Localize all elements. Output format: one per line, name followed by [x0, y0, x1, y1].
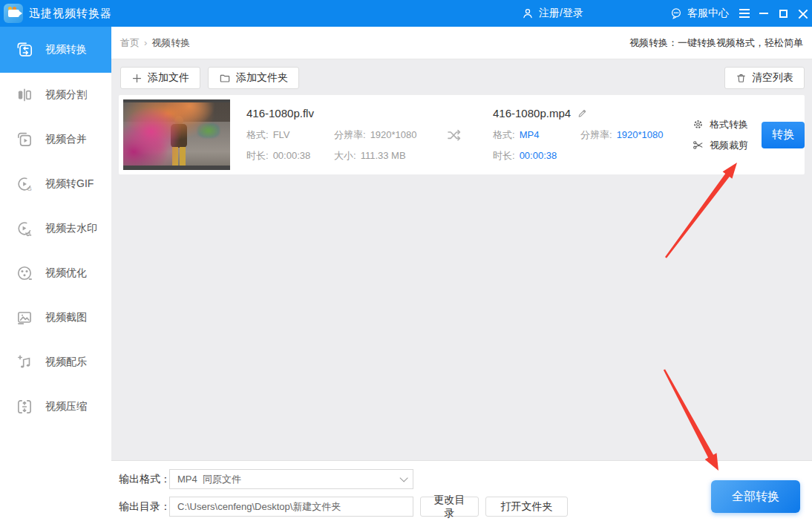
- output-format-field-label: 输出格式：: [119, 473, 171, 486]
- add-folder-label: 添加文件夹: [236, 71, 288, 85]
- app-title: 迅捷视频转换器: [29, 7, 112, 21]
- video-to-gif-icon: G: [15, 174, 34, 194]
- source-file-name: 416-1080p.flv: [246, 107, 445, 120]
- sidebar-item-label: 视频配乐: [45, 356, 87, 369]
- output-settings-panel: 输出格式： MP4 同原文件 输出目录： 更改目录 打开文件夹 全部转换: [111, 460, 812, 527]
- sidebar-item-label: 视频转换: [45, 43, 87, 56]
- sidebar-item-video-merge[interactable]: 视频合并: [0, 117, 111, 162]
- source-resolution-label: 分辨率:: [334, 129, 366, 140]
- close-icon[interactable]: [793, 0, 812, 27]
- format-convert-label: 格式转换: [710, 118, 748, 131]
- breadcrumb-separator: ›: [144, 37, 147, 48]
- output-duration-label: 时长:: [493, 150, 515, 161]
- gear-icon: [692, 118, 704, 131]
- page-tagline: 视频转换：一键转换视频格式，轻松简单: [629, 36, 803, 50]
- video-convert-icon: [15, 40, 34, 59]
- support-label: 客服中心: [687, 7, 729, 20]
- sidebar-item-label: 视频优化: [45, 266, 87, 280]
- login-button[interactable]: 注册/登录: [521, 7, 583, 20]
- scissors-icon: [692, 139, 704, 151]
- video-screenshot-icon: [15, 308, 34, 327]
- maximize-icon[interactable]: [773, 0, 793, 27]
- source-file-info: 416-1080p.flv 格式:FLV 分辨率:1920*1080 时长:00…: [246, 107, 445, 163]
- sidebar-item-video-to-gif[interactable]: G 视频转GIF: [0, 162, 111, 206]
- source-duration-label: 时长:: [246, 150, 269, 161]
- plus-icon: [131, 73, 143, 84]
- clear-list-label: 清空列表: [752, 71, 793, 85]
- chat-bubble-icon: [669, 7, 683, 20]
- window-controls: [735, 0, 812, 27]
- change-dir-button[interactable]: 更改目录: [420, 497, 479, 517]
- sidebar-item-label: 视频压缩: [45, 400, 87, 413]
- app-logo-icon: [4, 4, 23, 23]
- breadcrumb: 首页 › 视频转换 视频转换：一键转换视频格式，轻松简单: [111, 27, 812, 59]
- sidebar-item-video-convert[interactable]: 视频转换: [0, 27, 111, 73]
- output-format-value: MP4: [520, 129, 540, 140]
- toolbar: 添加文件 添加文件夹 清空列表: [120, 67, 805, 89]
- video-merge-icon: [15, 130, 34, 149]
- sidebar-item-video-split[interactable]: 视频分割: [0, 73, 111, 117]
- file-list-item: 416-1080p.flv 格式:FLV 分辨率:1920*1080 时长:00…: [119, 95, 805, 174]
- video-crop-label: 视频裁剪: [710, 139, 748, 152]
- add-file-label: 添加文件: [148, 71, 189, 85]
- source-size-label: 大小:: [334, 150, 356, 161]
- source-resolution-value: 1920*1080: [370, 129, 417, 140]
- add-folder-button[interactable]: 添加文件夹: [208, 67, 299, 89]
- shuffle-arrows-icon: [445, 126, 463, 144]
- output-file-info: 416-1080p.mp4 格式:MP4 分辨率:1920*1080 时长:00…: [493, 107, 686, 163]
- output-duration-value: 00:00:38: [520, 150, 557, 161]
- convert-all-button[interactable]: 全部转换: [711, 480, 800, 513]
- sidebar-item-video-compress[interactable]: 视频压缩: [0, 384, 111, 429]
- breadcrumb-home[interactable]: 首页: [120, 36, 140, 50]
- breadcrumb-current: 视频转换: [151, 36, 190, 50]
- sidebar-item-remove-watermark[interactable]: 视频去水印: [0, 206, 111, 251]
- video-thumbnail[interactable]: [123, 99, 230, 170]
- sidebar-item-label: 视频去水印: [45, 222, 97, 235]
- sidebar-item-label: 视频合并: [45, 133, 87, 146]
- person-icon: [521, 7, 534, 20]
- source-size-value: 111.33 MB: [361, 150, 406, 161]
- sidebar-item-label: 视频截图: [45, 311, 87, 324]
- source-format-value: FLV: [273, 129, 290, 140]
- sidebar-item-label: 视频转GIF: [45, 177, 94, 191]
- source-duration-value: 00:00:38: [273, 150, 311, 161]
- add-file-button[interactable]: 添加文件: [120, 67, 200, 89]
- video-compress-icon: [15, 397, 34, 416]
- title-bar: 迅捷视频转换器 注册/登录 客服中心: [0, 0, 812, 27]
- sidebar-item-video-music[interactable]: 视频配乐: [0, 340, 111, 384]
- sidebar: 视频转换 视频分割 视频合并 G: [0, 27, 111, 527]
- sidebar-item-video-optimize[interactable]: 视频优化: [0, 251, 111, 295]
- chevron-down-icon: [399, 474, 407, 482]
- main-content: 首页 › 视频转换 视频转换：一键转换视频格式，轻松简单 添加文件 添加文件夹: [111, 27, 812, 527]
- row-actions: 格式转换 视频裁剪: [692, 118, 754, 152]
- login-label: 注册/登录: [539, 7, 583, 20]
- sidebar-item-video-screenshot[interactable]: 视频截图: [0, 295, 111, 340]
- video-split-icon: [15, 85, 34, 105]
- trash-icon: [736, 73, 747, 84]
- video-crop-option[interactable]: 视频裁剪: [692, 139, 754, 152]
- remove-watermark-icon: [15, 219, 34, 238]
- folder-icon: [219, 72, 231, 84]
- sidebar-item-label: 视频分割: [45, 88, 87, 102]
- support-center-button[interactable]: 客服中心: [669, 7, 729, 20]
- open-folder-button[interactable]: 打开文件夹: [485, 497, 568, 517]
- video-music-icon: [15, 353, 34, 372]
- video-optimize-icon: [15, 264, 34, 283]
- format-convert-option[interactable]: 格式转换: [692, 118, 754, 131]
- clear-list-button[interactable]: 清空列表: [724, 67, 805, 89]
- output-resolution-value: 1920*1080: [617, 129, 664, 140]
- edit-name-icon[interactable]: [577, 108, 588, 119]
- minimize-icon[interactable]: [754, 0, 773, 27]
- output-resolution-label: 分辨率:: [580, 129, 612, 140]
- source-format-label: 格式:: [246, 129, 269, 140]
- output-format-label: 格式:: [493, 129, 515, 140]
- output-dir-input[interactable]: [169, 497, 413, 517]
- output-file-name: 416-1080p.mp4: [493, 107, 571, 120]
- convert-button[interactable]: 转换: [762, 122, 805, 148]
- output-format-select[interactable]: MP4 同原文件: [169, 469, 413, 489]
- output-format-selected-value: MP4 同原文件: [177, 473, 241, 486]
- output-dir-field-label: 输出目录：: [119, 500, 171, 514]
- svg-text:G: G: [27, 186, 31, 192]
- menu-icon[interactable]: [735, 0, 754, 27]
